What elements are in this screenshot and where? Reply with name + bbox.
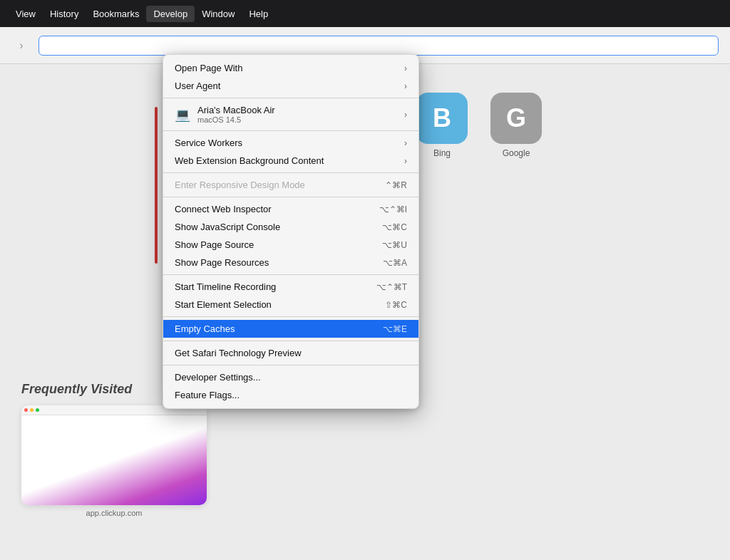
- open-page-with-label: Open Page With: [175, 63, 242, 73]
- laptop-icon: 💻: [175, 107, 190, 123]
- connect-web-inspector-shortcut: ⌥⌃⌘I: [379, 204, 407, 214]
- device-arrow: ›: [404, 110, 407, 120]
- develop-menu: Open Page With › User Agent › 💻 Aria's M…: [163, 54, 419, 409]
- bing-icon: B: [416, 93, 468, 144]
- start-element-sel-label: Start Element Selection: [175, 299, 272, 310]
- menubar: View History Bookmarks Develop Window He…: [0, 0, 730, 27]
- favorite-bing[interactable]: B Bing: [416, 93, 468, 158]
- separator-2: [163, 130, 418, 131]
- service-workers-arrow: ›: [404, 138, 407, 148]
- web-ext-bg-label: Web Extension Background Content: [175, 155, 324, 166]
- menu-open-page-with[interactable]: Open Page With ›: [163, 59, 418, 77]
- menu-show-page-resources[interactable]: Show Page Resources ⌥⌘A: [163, 254, 418, 271]
- start-timeline-shortcut: ⌥⌃⌘T: [376, 282, 407, 292]
- connect-web-inspector-label: Connect Web Inspector: [175, 204, 272, 214]
- separator-8: [163, 365, 418, 365]
- menu-device[interactable]: 💻 Aria's MacBook Air macOS 14.5 ›: [163, 101, 418, 128]
- show-page-source-shortcut: ⌥⌘U: [382, 240, 407, 250]
- device-name: Aria's MacBook Air: [197, 105, 275, 115]
- feature-flags-label: Feature Flags...: [175, 390, 240, 400]
- web-ext-bg-arrow: ›: [404, 156, 407, 166]
- menu-connect-web-inspector[interactable]: Connect Web Inspector ⌥⌃⌘I: [163, 200, 418, 218]
- device-info: Aria's MacBook Air macOS 14.5: [197, 105, 275, 124]
- menu-start-timeline[interactable]: Start Timeline Recording ⌥⌃⌘T: [163, 278, 418, 296]
- developer-settings-label: Developer Settings...: [175, 372, 261, 383]
- start-timeline-label: Start Timeline Recording: [175, 281, 276, 292]
- open-page-with-arrow: ›: [404, 63, 407, 73]
- user-agent-arrow: ›: [404, 81, 407, 91]
- menu-responsive-design[interactable]: Enter Responsive Design Mode ⌃⌘R: [163, 176, 418, 194]
- left-divider: [155, 107, 158, 264]
- back-button[interactable]: ›: [11, 36, 31, 56]
- clickup-label: app.clickup.com: [86, 509, 143, 517]
- favorite-google[interactable]: G Google: [490, 93, 542, 158]
- user-agent-label: User Agent: [175, 81, 220, 91]
- show-js-console-shortcut: ⌥⌘C: [382, 222, 407, 232]
- menu-feature-flags[interactable]: Feature Flags...: [163, 386, 418, 404]
- menu-help[interactable]: Help: [242, 6, 275, 22]
- menu-empty-caches[interactable]: Empty Caches ⌥⌘E: [163, 320, 418, 338]
- separator-3: [163, 172, 418, 173]
- responsive-design-shortcut: ⌃⌘R: [385, 180, 407, 190]
- menu-show-page-source[interactable]: Show Page Source ⌥⌘U: [163, 236, 418, 254]
- get-safari-preview-label: Get Safari Technology Preview: [175, 348, 302, 358]
- show-page-source-label: Show Page Source: [175, 239, 254, 250]
- menu-history[interactable]: History: [43, 6, 86, 22]
- google-icon: G: [490, 93, 542, 144]
- address-bar[interactable]: [38, 36, 719, 56]
- show-js-console-label: Show JavaScript Console: [175, 222, 280, 232]
- separator-7: [163, 341, 418, 341]
- responsive-design-label: Enter Responsive Design Mode: [175, 180, 305, 190]
- bing-label: Bing: [433, 148, 451, 158]
- clickup-thumbnail-item[interactable]: app.clickup.com: [21, 405, 207, 517]
- show-page-resources-shortcut: ⌥⌘A: [383, 258, 407, 268]
- menu-developer-settings[interactable]: Developer Settings...: [163, 368, 418, 386]
- separator-1: [163, 98, 418, 98]
- menu-service-workers[interactable]: Service Workers ›: [163, 134, 418, 152]
- separator-4: [163, 197, 418, 197]
- menu-start-element-sel[interactable]: Start Element Selection ⇧⌘C: [163, 296, 418, 313]
- empty-caches-label: Empty Caches: [175, 323, 235, 334]
- menu-user-agent[interactable]: User Agent ›: [163, 77, 418, 95]
- menu-web-ext-bg[interactable]: Web Extension Background Content ›: [163, 152, 418, 170]
- start-element-sel-shortcut: ⇧⌘C: [385, 300, 407, 310]
- show-page-resources-label: Show Page Resources: [175, 257, 269, 268]
- site-thumbnail-clickup[interactable]: [21, 405, 207, 505]
- menu-get-safari-preview[interactable]: Get Safari Technology Preview: [163, 344, 418, 362]
- separator-6: [163, 316, 418, 317]
- device-left: 💻 Aria's MacBook Air macOS 14.5: [175, 105, 275, 124]
- empty-caches-shortcut: ⌥⌘E: [383, 324, 407, 334]
- separator-5: [163, 274, 418, 275]
- device-os: macOS 14.5: [197, 115, 275, 124]
- browser-content: › Y Yahoo B Bing G Google Frequently Vis…: [0, 27, 730, 560]
- menu-show-js-console[interactable]: Show JavaScript Console ⌥⌘C: [163, 218, 418, 236]
- menu-window[interactable]: Window: [195, 6, 242, 22]
- service-workers-label: Service Workers: [175, 138, 242, 148]
- menu-develop[interactable]: Develop: [146, 6, 195, 22]
- menu-view[interactable]: View: [9, 6, 43, 22]
- menu-bookmarks[interactable]: Bookmarks: [86, 6, 146, 22]
- google-label: Google: [503, 148, 530, 158]
